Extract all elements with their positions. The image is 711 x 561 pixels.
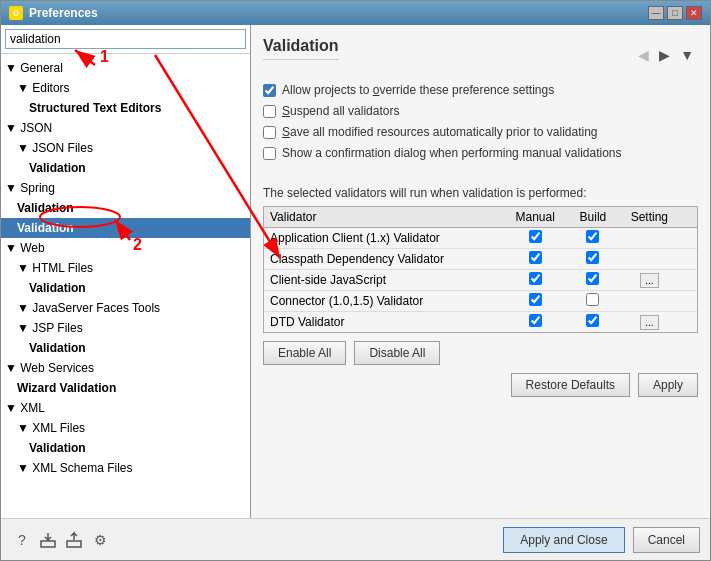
footer-bar: ? ⚙ Apply and Close Cancel — [1, 518, 710, 560]
nav-arrows: ◀ ▶ ▼ — [634, 45, 698, 65]
apply-and-close-button[interactable]: Apply and Close — [503, 527, 624, 553]
restore-defaults-button[interactable]: Restore Defaults — [511, 373, 630, 397]
scrollbar-cell — [681, 270, 697, 291]
checkbox-suspend[interactable] — [263, 105, 276, 118]
validator-name: Classpath Dependency Validator — [264, 249, 502, 270]
checkbox-override[interactable] — [263, 84, 276, 97]
manual-check[interactable] — [502, 228, 568, 249]
checkbox-save-auto[interactable] — [263, 126, 276, 139]
tree-item-spring[interactable]: ▼ Spring — [1, 178, 250, 198]
tree-item-xml-files[interactable]: ▼ XML Files — [1, 418, 250, 438]
tree-toggle: ▼ — [5, 401, 20, 415]
window-title: Preferences — [29, 6, 98, 20]
footer-right: Apply and Close Cancel — [503, 527, 700, 553]
setting-check — [618, 228, 681, 249]
tree-item-validation-selected[interactable]: Validation — [1, 218, 250, 238]
svg-rect-0 — [41, 541, 55, 547]
tree-item-wizard-validation[interactable]: Wizard Validation — [1, 378, 250, 398]
scrollbar-cell — [681, 291, 697, 312]
enable-all-button[interactable]: Enable All — [263, 341, 346, 365]
tree-item-web-services[interactable]: ▼ Web Services — [1, 358, 250, 378]
validator-name: DTD Validator — [264, 312, 502, 333]
restore-btn-row: Restore Defaults Apply — [263, 373, 698, 397]
content-area: ▼ General ▼ Editors Structured Text Edit… — [1, 25, 710, 518]
build-check[interactable] — [568, 249, 618, 270]
scrollbar-cell — [681, 249, 697, 270]
left-panel: ▼ General ▼ Editors Structured Text Edit… — [1, 25, 251, 518]
tree-toggle: ▼ — [17, 421, 32, 435]
export-icon[interactable] — [37, 529, 59, 551]
apply-button[interactable]: Apply — [638, 373, 698, 397]
checkbox-row-confirmation: Show a confirmation dialog when performi… — [263, 145, 698, 161]
back-button[interactable]: ◀ — [634, 45, 653, 65]
scrollbar-header — [681, 207, 697, 228]
manual-check[interactable] — [502, 312, 568, 333]
tree-item-web[interactable]: ▼ Web — [1, 238, 250, 258]
cancel-button[interactable]: Cancel — [633, 527, 700, 553]
label-confirmation: Show a confirmation dialog when performi… — [282, 145, 622, 161]
tree-toggle: ▼ — [17, 141, 32, 155]
tree-item-validation-html[interactable]: Validation — [1, 278, 250, 298]
build-check[interactable] — [568, 312, 618, 333]
tree-toggle: ▼ — [17, 461, 32, 475]
tree-item-json[interactable]: ▼ JSON — [1, 118, 250, 138]
tree-item-validation-json[interactable]: Validation — [1, 158, 250, 178]
close-button[interactable]: ✕ — [686, 6, 702, 20]
table-row: Client-side JavaScript ... — [264, 270, 697, 291]
manual-check[interactable] — [502, 249, 568, 270]
maximize-button[interactable]: □ — [667, 6, 683, 20]
tree-item-jsf-tools[interactable]: ▼ JavaServer Faces Tools — [1, 298, 250, 318]
tree-item-html-files[interactable]: ▼ HTML Files — [1, 258, 250, 278]
tree-area: ▼ General ▼ Editors Structured Text Edit… — [1, 54, 250, 518]
tree-item-validation-spring[interactable]: Validation — [1, 198, 250, 218]
search-input[interactable] — [5, 29, 246, 49]
manual-check[interactable] — [502, 270, 568, 291]
setting-check[interactable]: ... — [618, 270, 681, 291]
setting-check[interactable]: ... — [618, 312, 681, 333]
tree-item-validation-xml[interactable]: Validation — [1, 438, 250, 458]
import-icon[interactable] — [63, 529, 85, 551]
tree-label: Validation — [29, 341, 86, 355]
col-header-validator: Validator — [264, 207, 502, 228]
tree-item-xml-schema[interactable]: ▼ XML Schema Files — [1, 458, 250, 478]
checkbox-row-override: Allow projects to override these prefere… — [263, 82, 698, 98]
table-row: Connector (1.0,1.5) Validator — [264, 291, 697, 312]
tree-toggle: ▼ — [5, 241, 20, 255]
tree-item-validation-jsp[interactable]: Validation — [1, 338, 250, 358]
tree-item-structured-text[interactable]: Structured Text Editors — [1, 98, 250, 118]
disable-all-button[interactable]: Disable All — [354, 341, 440, 365]
tree-item-xml[interactable]: ▼ XML — [1, 398, 250, 418]
title-controls: — □ ✕ — [648, 6, 702, 20]
checkbox-section: Allow projects to override these prefere… — [263, 82, 698, 166]
col-header-manual: Manual — [502, 207, 568, 228]
tree-label: Structured Text Editors — [29, 101, 161, 115]
validator-btn-row: Enable All Disable All — [263, 341, 698, 365]
minimize-button[interactable]: — — [648, 6, 664, 20]
tree-label: Validation — [17, 221, 74, 235]
build-check[interactable] — [568, 228, 618, 249]
tree-item-editors[interactable]: ▼ Editors — [1, 78, 250, 98]
dropdown-button[interactable]: ▼ — [676, 45, 698, 65]
checkbox-confirmation[interactable] — [263, 147, 276, 160]
validator-name: Client-side JavaScript — [264, 270, 502, 291]
label-suspend: Suspend all validators — [282, 103, 399, 119]
tree-toggle: ▼ — [17, 301, 32, 315]
checkbox-row-save-auto: Save all modified resources automaticall… — [263, 124, 698, 140]
tree-toggle: ▼ — [17, 321, 32, 335]
tree-label: Wizard Validation — [17, 381, 116, 395]
right-panel: Validation ◀ ▶ ▼ Allow projects to overr… — [251, 25, 710, 518]
tree-item-json-files[interactable]: ▼ JSON Files — [1, 138, 250, 158]
title-bar-left: ⚙ Preferences — [9, 6, 98, 20]
tree-toggle: ▼ — [5, 121, 20, 135]
tree-item-general[interactable]: ▼ General — [1, 58, 250, 78]
build-check[interactable] — [568, 291, 618, 312]
tree-item-jsp-files[interactable]: ▼ JSP Files — [1, 318, 250, 338]
forward-button[interactable]: ▶ — [655, 45, 674, 65]
table-row: Application Client (1.x) Validator — [264, 228, 697, 249]
app-icon: ⚙ — [9, 6, 23, 20]
help-icon[interactable]: ? — [11, 529, 33, 551]
settings-icon[interactable]: ⚙ — [89, 529, 111, 551]
build-check[interactable] — [568, 270, 618, 291]
tree-toggle: ▼ — [5, 61, 20, 75]
manual-check[interactable] — [502, 291, 568, 312]
